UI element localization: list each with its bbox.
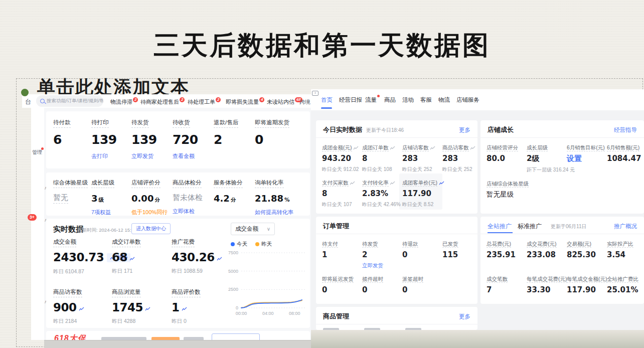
benefits-link[interactable]: 7项权益 [91, 209, 111, 216]
cell-sub: 距下一层级 316.24 元 [527, 166, 569, 173]
more-link[interactable]: 更多 [459, 126, 470, 134]
cell-label: 成团订单数 [362, 144, 389, 151]
tab-service[interactable]: 客服 [420, 96, 432, 104]
topnav-logistics[interactable]: 物流停滞2 [110, 98, 137, 106]
trend-icon[interactable] [145, 307, 150, 311]
divider [480, 234, 644, 234]
trend-icon[interactable] [217, 257, 222, 261]
cell-label: 成交花费(元) [527, 241, 557, 248]
trend-icon[interactable] [470, 146, 475, 150]
tab-home[interactable]: 首页 [321, 96, 333, 104]
stat-label: 商品体检分 [173, 179, 202, 188]
cell-value: 2 [362, 250, 404, 259]
trend-icon[interactable] [390, 181, 395, 186]
topnav-aftersale[interactable]: 待商家处理售后2 [140, 98, 184, 106]
guide-link[interactable]: 经营指导 [614, 126, 637, 134]
svg-text:0: 0 [236, 305, 238, 310]
stat-label: 店铺评价分 [131, 179, 160, 188]
cell-value: 235.91 [487, 250, 529, 259]
cell-label: 6月销售目标(元) [567, 144, 605, 151]
cell-label: 待发货 [362, 241, 378, 248]
chart-legend: 今天 昨天 [231, 241, 272, 248]
cell-value: 0 [402, 285, 444, 294]
region-label: 跨境 [299, 98, 310, 106]
cell-value: 0 [402, 250, 444, 259]
stat-value: 4.2 [214, 193, 230, 204]
promo-overview-link[interactable]: 推广概况 [614, 223, 637, 230]
metric-yesterday: 昨日 0 [172, 318, 229, 325]
cell-value: 943.20 [322, 154, 364, 163]
trend-icon[interactable] [390, 146, 395, 150]
cell-yesterday: 昨日全天 42.46% [362, 201, 404, 208]
stat-label: 成长层级 [91, 179, 114, 188]
trend-icon[interactable] [79, 307, 84, 311]
tab-standard-promo[interactable]: 标准推广 [518, 222, 542, 231]
trend-icon[interactable] [353, 146, 359, 150]
cell-label: 揽件超时 [362, 276, 383, 283]
legend-dot [231, 242, 235, 246]
sidebar-item-manage[interactable]: 管理 [32, 149, 43, 156]
legend-yesterday[interactable]: 昨天 [255, 241, 272, 248]
tab-daily-report[interactable]: 经营日报 [339, 96, 362, 104]
product-management-panel: 商品管理 更多 [316, 307, 477, 330]
tab-traffic[interactable]: 流量 [365, 96, 377, 104]
tab-sitewide-promo[interactable]: 全站推广 [488, 222, 512, 231]
cell-value: 80.0 [487, 154, 529, 163]
legend-today[interactable]: 今天 [231, 241, 247, 248]
trend-icon[interactable] [430, 146, 435, 150]
cell-value: 8 [322, 189, 364, 198]
realtime-card: 实时数据 更新时间: 2024-06-12 15:50:40 进入数据中心 成交… [46, 219, 310, 328]
cell-value: 115 [442, 250, 477, 259]
cell-label: 派签超时 [402, 276, 423, 283]
promo-button[interactable] [212, 333, 260, 340]
set-goal-link[interactable]: 设置 [567, 154, 609, 163]
cell-value: 0 [362, 285, 404, 294]
metric-value: 2430.73 [53, 251, 104, 264]
stat-label: 待付款 [53, 119, 71, 128]
data-center-button[interactable]: 进入数据中心 [131, 223, 171, 234]
ship-now-link[interactable]: 立即发货 [131, 152, 153, 160]
topnav-traffic-loss[interactable]: 即将损失流量4 [226, 98, 264, 106]
tab-products[interactable]: 商品 [384, 96, 396, 104]
left-sidebar: 管理 ∧ ∧ ∧ [31, 108, 44, 340]
tab-shop-services[interactable]: 店铺服务 [456, 96, 479, 104]
ship-now-link[interactable]: 立即发货 [362, 262, 404, 269]
metric-yesterday: 昨日 4288 [112, 318, 170, 325]
cell-value: 25.01% [607, 285, 644, 294]
metric-label: 推广花费 [172, 238, 195, 247]
svg-text:5000: 5000 [228, 269, 238, 274]
print-link[interactable]: 去打印 [91, 152, 108, 160]
trend-icon[interactable] [350, 181, 355, 186]
green-bullet-icon [21, 89, 29, 96]
trend-icon[interactable] [182, 307, 187, 311]
view-amount-link[interactable]: 查看金额 [173, 152, 195, 160]
metric-yesterday: 昨日 2184 [53, 318, 111, 325]
search-placeholder: 搜索功能/订单/课程/规则/帮助/服务 [47, 98, 103, 104]
stat-value: 暂未体检 [173, 193, 203, 202]
improve-conversion-link[interactable]: 如何提高转化率 [255, 209, 293, 216]
topnav-messages[interactable]: 未读站内信68 [267, 98, 302, 106]
below-peers-link[interactable]: 低于100%同行 [131, 209, 168, 216]
search-input[interactable]: 搜索功能/订单/课程/规则/帮助/服务 [36, 95, 103, 107]
badge: 4 [259, 97, 264, 102]
more-link[interactable]: 更多 [459, 313, 470, 320]
stat-label: 服务体验分 [214, 179, 243, 188]
chart-metric-select[interactable]: 成交金额∨ [231, 223, 275, 235]
trend-icon[interactable] [439, 181, 444, 186]
cell-label: 每笔成交花费(元) [527, 276, 567, 283]
panel-updated: 更新于今日18:46 [366, 127, 404, 134]
cell-value: 33.30 [527, 285, 569, 294]
trend-icon[interactable] [129, 257, 135, 261]
stat-value: 3 [91, 193, 98, 204]
topnav-tickets[interactable]: 待处理工单2 [188, 98, 220, 106]
health-check-link[interactable]: 立即体检 [173, 208, 195, 215]
stat-label: 待收货 [173, 119, 190, 128]
cell-label: 支付转化率 [362, 180, 389, 187]
cell-yesterday: 昨日全天 252 [402, 166, 444, 173]
tab-logistics[interactable]: 物流 [438, 96, 450, 104]
screen-plus-icon[interactable]: + [312, 91, 318, 96]
metric-label: 商品浏览量 [112, 288, 141, 297]
promotion-panel: 全站推广 标准推广 更新于06月11日 推广概况 总花费(元)235.91 成交… [480, 217, 644, 304]
cell-label: 每笔成交金额(元) [567, 276, 607, 283]
tab-activities[interactable]: 活动 [402, 96, 414, 104]
